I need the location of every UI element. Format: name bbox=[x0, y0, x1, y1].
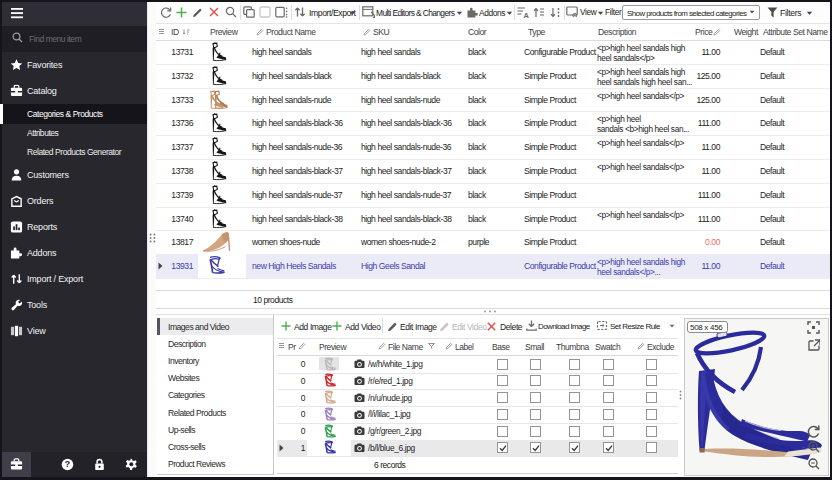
svg-text:?: ? bbox=[65, 459, 70, 469]
svg-text:A: A bbox=[524, 11, 530, 18]
